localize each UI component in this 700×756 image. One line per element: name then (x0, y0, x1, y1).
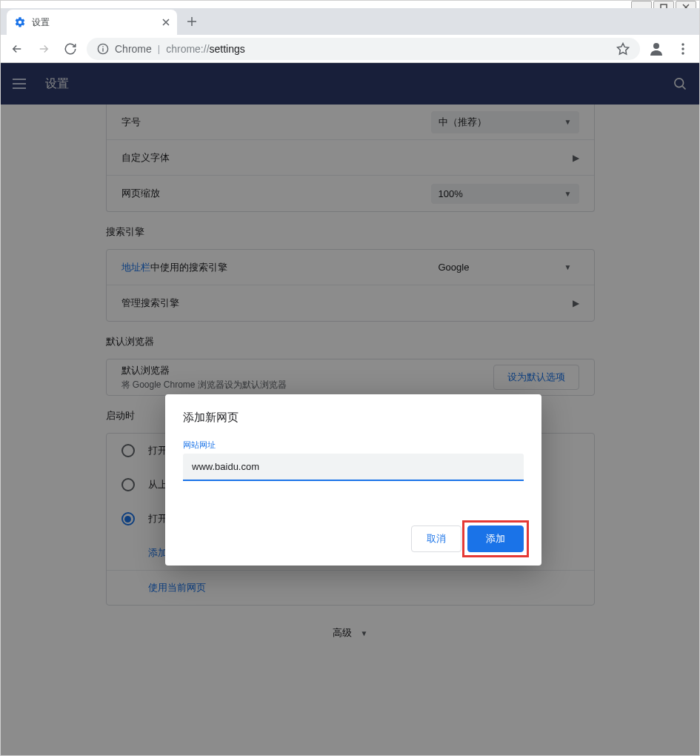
window-titlebar (1, 1, 699, 8)
bookmark-star-icon[interactable] (616, 42, 630, 56)
address-bar[interactable]: Chrome | chrome://settings (87, 38, 640, 60)
add-button[interactable]: 添加 (467, 525, 524, 552)
site-info-icon[interactable] (97, 43, 109, 55)
tab-title: 设置 (32, 16, 156, 29)
profile-avatar[interactable] (646, 39, 667, 59)
forward-button[interactable] (33, 39, 54, 59)
svg-rect-4 (102, 48, 103, 52)
url-input[interactable] (183, 454, 524, 481)
svg-point-7 (681, 47, 684, 50)
url-security-label: Chrome (115, 43, 152, 55)
add-page-dialog: 添加新网页 网站网址 取消 添加 (165, 394, 541, 566)
url-divider: | (158, 43, 160, 54)
tab-strip: 设置 (1, 8, 699, 35)
svg-point-5 (653, 43, 659, 49)
new-tab-button[interactable] (181, 11, 202, 32)
svg-point-6 (681, 43, 684, 45)
reload-button[interactable] (60, 39, 81, 59)
overflow-menu-button[interactable] (673, 43, 693, 55)
gear-icon (14, 16, 26, 28)
url-field-label: 网站网址 (183, 440, 524, 451)
url-scheme: chrome:// (166, 43, 209, 55)
url-path: settings (210, 43, 245, 55)
browser-tab[interactable]: 设置 (7, 10, 177, 35)
page-content: 设置 字号 中（推荐） ▼ 自定义字体 ▶ (1, 63, 699, 755)
browser-toolbar: Chrome | chrome://settings (1, 35, 699, 63)
close-tab-icon[interactable] (162, 19, 170, 26)
back-button[interactable] (7, 39, 27, 59)
cancel-button[interactable]: 取消 (411, 525, 461, 552)
svg-point-8 (681, 52, 684, 54)
svg-point-3 (102, 46, 104, 47)
dialog-title: 添加新网页 (183, 411, 524, 425)
